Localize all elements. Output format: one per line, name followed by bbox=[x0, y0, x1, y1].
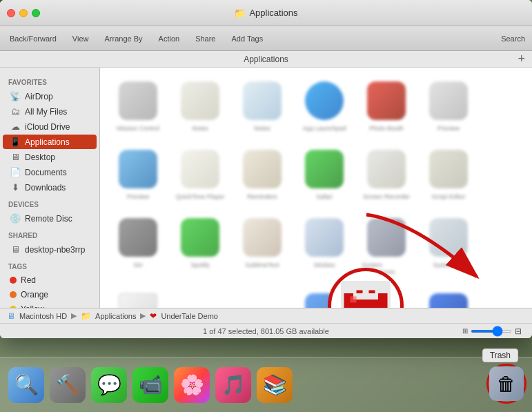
sidebar-item-applications[interactable]: 📱 Applications bbox=[3, 135, 97, 149]
close-button[interactable] bbox=[7, 9, 15, 17]
dock-item-messages[interactable]: 💬 bbox=[90, 366, 128, 404]
undertale-icon bbox=[341, 281, 391, 308]
toolbar: Back/Forward View Arrange By Action Shar… bbox=[0, 26, 532, 51]
breadcrumb-label: Applications bbox=[244, 55, 288, 64]
window-title: 📁 Applications bbox=[234, 8, 297, 19]
finder-window: 📁 Applications Back/Forward View Arrange… bbox=[0, 0, 532, 338]
path-bar: 🖥 Macintosh HD ▶ 📁 Applications ▶ ❤ Unde… bbox=[0, 308, 532, 323]
applications-icon: 📱 bbox=[10, 137, 21, 147]
folder-icon: 📁 bbox=[234, 8, 246, 19]
path-heart-icon: ❤ bbox=[150, 311, 157, 321]
sidebar: Favorites 📡 AirDrop 🗂 All My Files ☁ iCl… bbox=[0, 68, 100, 308]
selection-status: 1 of 47 selected, 801.05 GB available bbox=[203, 327, 329, 335]
svg-rect-10 bbox=[351, 297, 357, 303]
sidebar-item-desktop[interactable]: 🖥 Desktop bbox=[3, 150, 97, 164]
dock-item-facetime[interactable]: 📹 bbox=[131, 366, 170, 404]
dock-item-hammer[interactable]: 🔨 bbox=[48, 366, 87, 404]
itunes-icon: 🎵 bbox=[215, 367, 251, 403]
svg-rect-3 bbox=[369, 291, 375, 294]
dock-item-itunes[interactable]: 🎵 bbox=[214, 366, 253, 404]
dock-item-ibooks[interactable]: 📚 bbox=[255, 366, 294, 404]
tags-label: Tags bbox=[0, 257, 99, 273]
devices-label: Devices bbox=[0, 195, 99, 210]
sidebar-item-tag-red[interactable]: Red bbox=[3, 273, 97, 287]
shared-desktop-icon: 🖥 bbox=[10, 244, 21, 255]
remote-disc-icon: 💿 bbox=[10, 213, 21, 224]
hammer-icon: 🔨 bbox=[50, 367, 86, 403]
path-undertale: UnderTale Demo bbox=[161, 312, 218, 320]
messages-icon: 💬 bbox=[91, 367, 127, 403]
favorites-label: Favorites bbox=[0, 73, 99, 88]
path-hd: Macintosh HD bbox=[19, 312, 67, 320]
svg-rect-4 bbox=[378, 293, 388, 300]
sidebar-item-all-my-files[interactable]: 🗂 All My Files bbox=[3, 104, 97, 119]
desktop-icon: 🖥 bbox=[10, 152, 21, 162]
trash-button[interactable]: 🗑 bbox=[486, 364, 526, 404]
undertale-highlight-circle bbox=[328, 268, 404, 308]
path-applications-icon: 📁 bbox=[81, 311, 91, 321]
photos-icon: 🌸 bbox=[174, 367, 210, 403]
tag-orange-dot bbox=[10, 291, 17, 298]
trash-label: Trash bbox=[482, 349, 518, 362]
view-button[interactable]: View bbox=[70, 33, 92, 44]
traffic-lights bbox=[7, 9, 40, 17]
downloads-icon: ⬇ bbox=[10, 182, 21, 193]
breadcrumb-bar: Applications + bbox=[0, 51, 532, 68]
arrange-by-button[interactable]: Arrange By bbox=[102, 33, 146, 44]
airdrop-icon: 📡 bbox=[10, 91, 21, 101]
share-button[interactable]: Share bbox=[193, 33, 218, 44]
search-button[interactable]: Search bbox=[501, 35, 525, 43]
ibooks-icon: 📚 bbox=[257, 367, 293, 403]
status-bar: 1 of 47 selected, 801.05 GB available ⊞ … bbox=[0, 323, 532, 338]
minimize-button[interactable] bbox=[19, 9, 28, 17]
sidebar-item-shared-desktop[interactable]: 🖥 desktop-nbe3rrp bbox=[3, 242, 97, 257]
facetime-icon: 📹 bbox=[132, 367, 168, 403]
documents-icon: 📄 bbox=[10, 167, 21, 177]
sidebar-item-tag-orange[interactable]: Orange bbox=[3, 288, 97, 302]
sidebar-item-downloads[interactable]: ⬇ Downloads bbox=[3, 180, 97, 195]
dock: 🔍 🔨 💬 📹 🌸 🎵 📚 🗑 bbox=[0, 357, 532, 412]
back-forward-button[interactable]: Back/Forward bbox=[7, 33, 59, 44]
sidebar-item-tag-yellow[interactable]: Yellow bbox=[3, 302, 97, 308]
sidebar-item-airdrop[interactable]: 📡 AirDrop bbox=[3, 89, 97, 104]
finder-icon: 🔍 bbox=[8, 367, 44, 403]
fullscreen-button[interactable] bbox=[32, 9, 40, 17]
hd-icon: 🖥 bbox=[7, 311, 15, 321]
blurred-apps-grid: Mission Control Notes Notes App Launchpa… bbox=[100, 68, 532, 308]
dock-item-photos[interactable]: 🌸 bbox=[173, 366, 211, 404]
sidebar-item-remote-disc[interactable]: 💿 Remote Disc bbox=[3, 211, 97, 226]
title-bar: 📁 Applications bbox=[0, 0, 532, 26]
zoom-slider[interactable]: ⊞ ⊟ bbox=[462, 326, 522, 336]
icon-size-slider[interactable] bbox=[471, 330, 512, 333]
tag-red-dot bbox=[10, 277, 17, 284]
add-folder-button[interactable]: + bbox=[518, 52, 525, 66]
trash-icon: 🗑 bbox=[489, 366, 524, 401]
sidebar-item-documents[interactable]: 📄 Documents bbox=[3, 165, 97, 179]
icloud-icon: ☁ bbox=[10, 121, 21, 132]
file-grid-area[interactable]: Mission Control Notes Notes App Launchpa… bbox=[100, 68, 532, 308]
action-button[interactable]: Action bbox=[156, 33, 183, 44]
finder-content: Favorites 📡 AirDrop 🗂 All My Files ☁ iCl… bbox=[0, 68, 532, 308]
path-applications: Applications bbox=[95, 312, 136, 320]
all-files-icon: 🗂 bbox=[10, 106, 21, 117]
undertale-item[interactable]: UnderTale Demo bbox=[328, 268, 404, 308]
add-tags-button[interactable]: Add Tags bbox=[228, 33, 266, 44]
dock-item-finder[interactable]: 🔍 bbox=[7, 366, 46, 404]
sidebar-item-icloud-drive[interactable]: ☁ iCloud Drive bbox=[3, 119, 97, 134]
svg-rect-2 bbox=[357, 291, 363, 294]
shared-label: Shared bbox=[0, 226, 99, 242]
